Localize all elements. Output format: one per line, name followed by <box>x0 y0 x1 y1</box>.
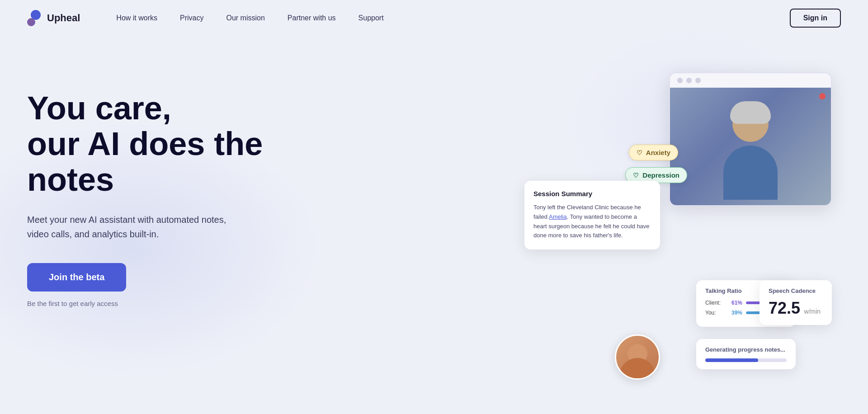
thumbnail-body <box>619 358 656 380</box>
person-head <box>732 106 769 142</box>
client-label: Client: <box>705 300 728 306</box>
nav-actions: Sign in <box>790 9 841 28</box>
record-indicator <box>819 93 826 99</box>
you-label: You: <box>705 310 728 316</box>
you-pct: 39% <box>731 310 742 316</box>
cadence-title: Speech Cadence <box>769 287 823 294</box>
progress-notes-title: Generating progress notes... <box>705 346 787 353</box>
video-person <box>710 106 791 205</box>
hero-section: You care, our AI does the notes Meet you… <box>0 36 868 407</box>
nav-link-privacy[interactable]: Privacy <box>180 14 203 22</box>
depression-icon: ♡ <box>633 172 639 179</box>
video-titlebar <box>670 73 831 88</box>
nav-link-how-it-works[interactable]: How it works <box>116 14 157 22</box>
person-hair <box>730 101 771 124</box>
anxiety-tag: ♡ Anxiety <box>629 145 678 160</box>
join-beta-button[interactable]: Join the beta <box>27 263 126 292</box>
session-summary-text: Tony left the Cleveland Clinic because h… <box>533 203 651 240</box>
traffic-light-3 <box>695 78 701 83</box>
progress-bar-bg <box>705 358 787 362</box>
nav-link-our-mission[interactable]: Our mission <box>226 14 265 22</box>
nav-link-partner-with-us[interactable]: Partner with us <box>288 14 336 22</box>
client-pct: 61% <box>731 300 742 306</box>
highlight-name: Amelia <box>549 213 567 220</box>
session-summary-card: Session Summary Tony left the Cleveland … <box>524 181 660 249</box>
hero-left: You care, our AI does the notes Meet you… <box>27 63 289 308</box>
nav-link-support[interactable]: Support <box>359 14 384 22</box>
person-body <box>723 146 778 200</box>
speech-cadence-card: Speech Cadence 72.5 w/min <box>760 280 832 325</box>
anxiety-icon: ♡ <box>637 149 642 156</box>
person-thumbnail <box>615 334 660 380</box>
logo-text: Upheal <box>47 12 80 24</box>
cadence-unit: w/min <box>804 308 821 315</box>
hero-subtitle: Meet your new AI assistant with automate… <box>27 212 235 241</box>
sign-in-button[interactable]: Sign in <box>790 9 841 28</box>
logo-icon <box>27 10 43 26</box>
hero-ui-mockup: ♡ Anxiety ♡ Depression Session Summary T… <box>416 45 868 414</box>
video-frame <box>670 88 831 205</box>
traffic-light-1 <box>677 78 683 83</box>
video-window <box>669 72 832 206</box>
traffic-light-2 <box>686 78 692 83</box>
navbar: Upheal How it works Privacy Our mission … <box>0 0 868 36</box>
early-access-label: Be the first to get early access <box>27 300 118 307</box>
progress-bar-fill <box>705 358 758 362</box>
session-summary-title: Session Summary <box>533 190 651 198</box>
logo[interactable]: Upheal <box>27 10 80 26</box>
progress-notes-card: Generating progress notes... <box>696 339 796 369</box>
nav-links: How it works Privacy Our mission Partner… <box>116 14 789 22</box>
cadence-value: 72.5 <box>769 299 800 317</box>
hero-title: You care, our AI does the notes <box>27 90 289 198</box>
